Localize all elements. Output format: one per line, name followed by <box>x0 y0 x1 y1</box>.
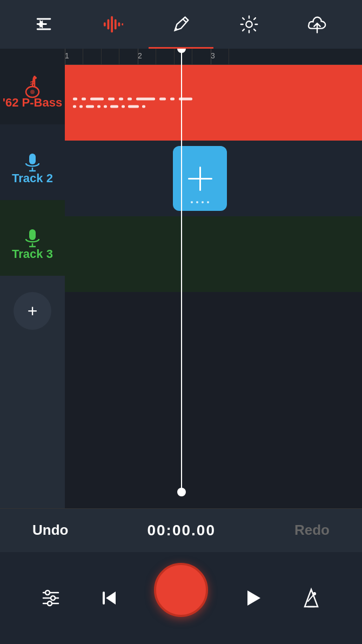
waveform-element <box>170 98 175 101</box>
svg-point-30 <box>313 592 316 595</box>
pencil-button[interactable] <box>167 11 195 38</box>
ruler-mark-3: 3 <box>211 51 215 60</box>
ruler-line-2 <box>138 49 138 64</box>
track1-icon-area[interactable] <box>0 49 65 124</box>
track3-row[interactable] <box>65 216 362 292</box>
track1-clip[interactable] <box>65 65 362 141</box>
transport-bar <box>0 552 362 644</box>
ruler-minor-7 <box>229 49 229 64</box>
upload-button[interactable] <box>304 11 331 38</box>
time-controls: Undo 00:00.00 Redo <box>0 509 362 552</box>
waveform-element <box>108 98 115 101</box>
svg-point-9 <box>246 21 252 27</box>
mixer-button[interactable] <box>37 585 64 612</box>
add-track-button[interactable]: + <box>14 292 51 330</box>
ruler-minor-6 <box>192 49 192 64</box>
timeline-ruler: 1 2 3 <box>65 49 362 65</box>
svg-point-27 <box>48 601 52 606</box>
clip-cross <box>185 164 215 194</box>
svg-rect-8 <box>122 23 123 25</box>
waveform-element <box>86 105 94 108</box>
ruler-line-3 <box>211 49 211 64</box>
cross-vertical <box>199 167 201 191</box>
record-button[interactable] <box>154 563 208 617</box>
ruler-minor-1 <box>83 49 83 64</box>
svg-point-26 <box>51 596 55 600</box>
clip-dot-2 <box>196 201 198 203</box>
svg-rect-6 <box>115 19 117 30</box>
svg-rect-19 <box>29 229 36 240</box>
ruler-mark-1: 1 <box>65 51 69 60</box>
waveform-element <box>128 98 132 101</box>
ruler-minor-2 <box>101 49 102 64</box>
waveform-element <box>136 98 155 101</box>
svg-point-15 <box>33 76 36 78</box>
waveform-element <box>82 98 86 101</box>
waveform-element <box>73 98 77 101</box>
play-button[interactable] <box>239 585 266 612</box>
track-content-area: 1 2 3 <box>65 49 362 508</box>
waveform-element <box>122 105 125 108</box>
svg-rect-4 <box>108 19 110 30</box>
bottom-bar: Undo 00:00.00 Redo <box>0 508 362 644</box>
clip-dot-3 <box>202 201 204 203</box>
svg-rect-28 <box>103 592 105 605</box>
svg-point-25 <box>45 590 50 595</box>
track2-row[interactable] <box>65 141 362 216</box>
waveform-element <box>159 98 166 101</box>
svg-point-11 <box>30 90 35 94</box>
waveform-element <box>73 105 76 108</box>
rewind-to-start-button[interactable] <box>96 585 123 612</box>
svg-rect-0 <box>37 18 51 20</box>
play-icon <box>242 587 264 609</box>
plus-icon: + <box>28 301 38 321</box>
time-display: 00:00.00 <box>147 522 216 539</box>
waveform-element <box>90 98 104 101</box>
ruler-line-1 <box>65 49 65 64</box>
add-track-area: + <box>0 276 65 508</box>
ruler-minor-4 <box>156 49 156 64</box>
track2-mic-icon <box>19 149 45 175</box>
rewind-to-start-icon <box>98 587 120 609</box>
ruler-minor-3 <box>119 49 119 64</box>
waveform-element <box>104 105 107 108</box>
mixer-icon <box>40 587 62 609</box>
waveform-element <box>110 105 118 108</box>
undo-button[interactable]: Undo <box>32 522 68 539</box>
back-button[interactable] <box>31 11 58 38</box>
empty-track-area <box>65 292 362 508</box>
main-area: + 1 2 3 <box>0 49 362 508</box>
waveform-element <box>179 98 192 101</box>
svg-rect-16 <box>29 154 36 164</box>
svg-rect-7 <box>118 22 120 26</box>
clip-dot-1 <box>191 201 193 203</box>
waveform-tab[interactable] <box>99 11 126 38</box>
loop-icon <box>300 587 322 609</box>
loop-button[interactable] <box>298 585 325 612</box>
track3-icon-area[interactable] <box>0 200 65 276</box>
bass-guitar-icon <box>19 74 45 99</box>
waveform-element <box>142 105 145 108</box>
waveform-element <box>79 105 83 108</box>
svg-rect-2 <box>37 29 51 30</box>
track2-clip[interactable] <box>173 146 227 211</box>
track1-row[interactable] <box>65 65 362 141</box>
ruler-mark-2: 2 <box>138 51 142 60</box>
waveform-element <box>97 105 100 108</box>
svg-rect-3 <box>104 22 106 26</box>
sidebar: + <box>0 49 65 508</box>
track3-mic-icon <box>19 225 45 251</box>
settings-button[interactable] <box>236 11 263 38</box>
track2-icon-area[interactable] <box>0 124 65 200</box>
waveform-element <box>128 105 139 108</box>
clip-dots <box>191 201 209 203</box>
top-nav-bar <box>0 0 362 49</box>
svg-rect-5 <box>111 16 113 32</box>
redo-button[interactable]: Redo <box>294 522 330 539</box>
clip-dot-4 <box>207 201 209 203</box>
ruler-minor-5 <box>174 49 175 64</box>
waveform-element <box>119 98 123 101</box>
